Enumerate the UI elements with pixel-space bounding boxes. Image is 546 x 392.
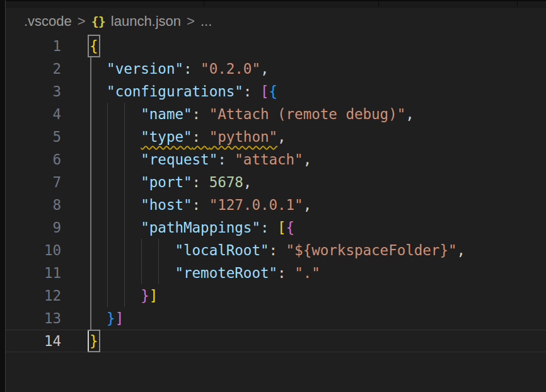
code-token: ]	[149, 287, 158, 304]
code-token: "type"	[141, 129, 192, 145]
code-line[interactable]: 4 "name": "Attach (remote debug)",	[0, 103, 546, 125]
line-number[interactable]: 2	[0, 57, 61, 80]
code-token: :	[192, 197, 209, 213]
code-token: :	[243, 83, 260, 100]
code-line[interactable]: 14}	[0, 330, 546, 352]
indent-guide-line	[107, 148, 108, 171]
line-number[interactable]: 9	[0, 216, 61, 239]
editor-code-area[interactable]: 1{2 "version": "0.2.0",3 "configurations…	[0, 35, 546, 352]
code-token: ,	[457, 242, 466, 258]
code-text: "name": "Attach (remote debug)",	[90, 103, 414, 125]
code-line[interactable]: 6 "request": "attach",	[0, 148, 546, 171]
indent-guide-line	[158, 262, 159, 284]
code-token: ,	[277, 129, 286, 145]
code-token: "name"	[141, 106, 192, 122]
code-token: "${workspaceFolder}"	[286, 242, 457, 258]
line-number[interactable]: 12	[0, 284, 61, 307]
line-number[interactable]: 13	[0, 307, 61, 330]
indent-guide-line	[107, 262, 108, 284]
code-line-text: "name": "Attach (remote debug)",	[90, 106, 414, 122]
line-number[interactable]: 10	[0, 239, 61, 262]
code-token: ,	[303, 151, 312, 168]
breadcrumb: .vscode > {} launch.json > ...	[0, 8, 546, 35]
line-number[interactable]: 14	[0, 330, 61, 352]
code-token: }	[107, 310, 115, 326]
line-number[interactable]: 5	[0, 125, 61, 148]
code-line[interactable]: 2 "version": "0.2.0",	[0, 57, 546, 80]
code-line-text: }	[90, 333, 98, 349]
line-number[interactable]: 6	[0, 148, 61, 171]
code-text: "host": "127.0.0.1",	[90, 193, 311, 216]
code-line-text: "configurations": [{	[90, 83, 277, 100]
code-line[interactable]: 10 "localRoot": "${workspaceFolder}",	[0, 239, 546, 262]
indent-guide-line	[124, 239, 125, 262]
bracket-match-highlight: }	[88, 330, 100, 352]
tab-divider	[378, 1, 379, 7]
breadcrumb-symbol-more[interactable]: ...	[200, 13, 212, 30]
indent-guide-line	[107, 193, 108, 216]
code-token: [	[277, 219, 286, 236]
code-line[interactable]: 13 }]	[0, 307, 546, 330]
line-number[interactable]: 7	[0, 171, 61, 193]
code-token: :	[260, 219, 277, 236]
indent-guide-line	[124, 103, 125, 125]
indent-guide-line	[90, 284, 91, 307]
code-token: [	[260, 83, 269, 100]
code-line-text: }]	[90, 310, 124, 326]
chevron-right-icon: >	[187, 13, 195, 30]
left-window-edge	[0, 0, 6, 392]
code-text: "request": "attach",	[90, 148, 311, 171]
code-token: :	[269, 242, 286, 258]
code-token: ]	[115, 310, 124, 326]
indent-guide-line	[90, 193, 91, 216]
code-token: "pathMappings"	[141, 219, 260, 236]
json-braces-icon: {}	[91, 14, 105, 29]
code-token: :	[192, 106, 209, 122]
tab-divider	[204, 1, 204, 7]
line-number[interactable]: 1	[0, 35, 61, 57]
indent-guide-line	[124, 171, 125, 193]
code-line[interactable]: 9 "pathMappings": [{	[0, 216, 546, 239]
code-token: "127.0.0.1"	[209, 197, 303, 213]
code-line[interactable]: 8 "host": "127.0.0.1",	[0, 193, 546, 216]
indent-guide-line	[124, 193, 125, 216]
code-line-text: "type": "python",	[90, 129, 286, 145]
code-line[interactable]: 12 }]	[0, 284, 546, 307]
breadcrumb-file[interactable]: launch.json	[111, 13, 181, 30]
code-token: ,	[405, 106, 414, 122]
code-line-text: {	[90, 38, 98, 54]
line-number[interactable]: 3	[0, 80, 61, 103]
code-line[interactable]: 5 "type": "python",	[0, 125, 546, 148]
line-number[interactable]: 4	[0, 103, 61, 125]
code-line[interactable]: 3 "configurations": [{	[0, 80, 546, 103]
code-token: 5678	[209, 174, 243, 190]
code-token: {	[269, 83, 277, 100]
code-token: "."	[294, 265, 320, 281]
indent-guide-line	[124, 284, 125, 307]
indent-guide-line	[90, 239, 91, 262]
code-text: "configurations": [{	[90, 80, 277, 103]
line-number[interactable]: 11	[0, 262, 61, 284]
code-line-text: "request": "attach",	[90, 151, 311, 168]
code-text: "localRoot": "${workspaceFolder}",	[90, 239, 465, 262]
code-token: "request"	[141, 151, 218, 168]
indent-guide-line	[90, 307, 91, 330]
code-text: "port": 5678,	[90, 171, 252, 193]
line-number[interactable]: 8	[0, 193, 61, 216]
code-line[interactable]: 7 "port": 5678,	[0, 171, 546, 193]
code-token: ,	[243, 174, 252, 190]
code-text: "version": "0.2.0",	[90, 57, 269, 80]
code-line[interactable]: 11 "remoteRoot": "."	[0, 262, 546, 284]
code-text: }]	[90, 307, 124, 330]
breadcrumb-folder[interactable]: .vscode	[24, 13, 72, 30]
indent-guide-line	[90, 80, 91, 103]
code-line-text: "port": 5678,	[90, 174, 252, 190]
code-line-text: "version": "0.2.0",	[90, 61, 269, 77]
code-line[interactable]: 1{	[0, 35, 546, 57]
code-text: {	[90, 35, 98, 57]
code-text: "pathMappings": [{	[90, 216, 294, 239]
indent-guide-line	[107, 216, 108, 239]
code-text: }]	[90, 284, 158, 307]
code-text: "remoteRoot": "."	[90, 262, 320, 284]
indent-guide-line	[124, 262, 125, 284]
